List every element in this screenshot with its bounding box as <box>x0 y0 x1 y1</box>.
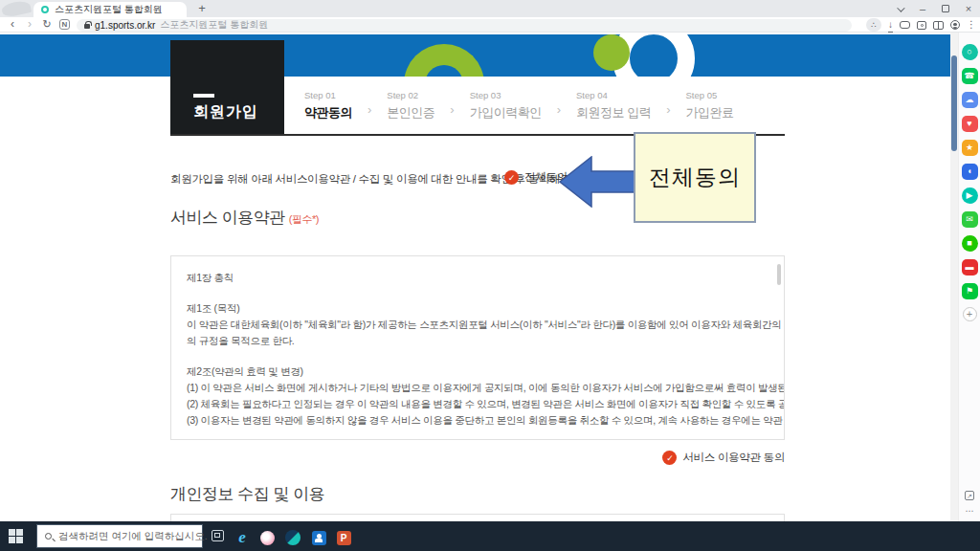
sidebar-apps: ○☎☁♥★◖▶✉■▬⚑+ <box>959 33 980 321</box>
chevron-right-icon: › <box>450 102 454 117</box>
page-scrollbar-thumb[interactable] <box>951 55 957 151</box>
step-item-4: Step 04 회원정보 입력 <box>576 90 651 121</box>
browser-tab-bar: 스포츠지원포털 통합회원 + – × <box>0 0 980 17</box>
whale-sidebar: ○☎☁♥★◖▶✉■▬⚑+ ↗ ⋯ <box>958 33 980 521</box>
download-icon[interactable]: ↓ <box>888 18 893 33</box>
task-view-button[interactable] <box>212 530 224 541</box>
page-title: 회원가입 <box>193 102 258 122</box>
terms-line: 제1장 총칙 <box>187 270 768 286</box>
step-item-5: Step 05 가입완료 <box>686 90 734 121</box>
terms-line: 이 약관은 대한체육회(이하 "체육회"라 함)가 제공하는 스포츠지원포털 서… <box>187 317 768 333</box>
terms-scrollbar[interactable] <box>777 264 781 285</box>
terms-line: 제2조(약관의 효력 및 변경) <box>187 364 768 380</box>
ie-icon[interactable]: e <box>230 526 255 549</box>
maximize-button[interactable] <box>934 0 957 17</box>
whale-belly-icon[interactable]: ○ <box>962 44 978 60</box>
profile-icon[interactable] <box>950 20 960 30</box>
url-domain: g1.sports.or.kr <box>95 20 155 31</box>
search-icon <box>45 533 52 540</box>
green-arch-graphic <box>404 44 484 77</box>
papago-icon[interactable]: ◖ <box>962 164 978 180</box>
terms-agree-label: 서비스 이용약관 동의 <box>682 451 785 465</box>
whale-mascot-graphic <box>1 0 32 18</box>
terms-line: (3) 이용자는 변경된 약관에 동의하지 않을 경우 서비스 이용을 중단하고… <box>187 412 768 429</box>
whale-paw-icon[interactable]: ∴ <box>866 18 881 32</box>
new-tab-button[interactable]: + <box>194 1 210 16</box>
play-icon[interactable]: ▶ <box>962 187 978 204</box>
map-pin-icon[interactable]: ⚑ <box>962 283 978 299</box>
powerpoint-icon[interactable]: P <box>331 526 356 549</box>
url-field[interactable]: g1.sports.or.kr 스포츠지원포털 통합회원 <box>77 19 852 32</box>
sidebar-more-icon[interactable]: ⋯ <box>966 506 974 516</box>
step-item-1: Step 01 약관동의 <box>304 90 352 121</box>
talk-bubble-icon[interactable] <box>900 21 910 29</box>
title-dash <box>193 94 214 98</box>
annotation-label: 전체동의 <box>649 163 741 192</box>
search-placeholder: 검색하려면 여기에 입력하십시오. <box>58 530 208 543</box>
annotation-note: 전체동의 <box>634 132 756 223</box>
mybox-cloud-icon[interactable]: ☁ <box>962 92 978 108</box>
step-item-3: Step 03 가입이력확인 <box>470 90 542 121</box>
lock-icon <box>84 24 90 29</box>
url-page-title: 스포츠지원포털 통합회원 <box>160 18 268 32</box>
add-app-button[interactable]: + <box>963 307 977 321</box>
star-bookmark-icon[interactable]: ★ <box>962 140 978 156</box>
check-icon[interactable]: ✓ <box>504 170 519 185</box>
naver-n-icon[interactable]: N <box>59 19 70 30</box>
step-item-2: Step 02 본인인증 <box>387 90 434 121</box>
terms-line: (1) 이 약관은 서비스 화면에 게시하거나 기타의 방법으로 이용자에게 공… <box>187 380 768 396</box>
chevron-right-icon: › <box>666 102 670 117</box>
chevron-right-icon: › <box>368 102 371 117</box>
minimize-button[interactable]: – <box>911 0 934 17</box>
required-badge: (필수*) <box>289 213 319 225</box>
blue-app-icon[interactable] <box>306 526 331 549</box>
terms-scroll-box[interactable]: 제1장 총칙 제1조 (목적) 이 약관은 대한체육회(이하 "체육회"라 함)… <box>170 255 785 440</box>
terms-line: (2) 체육회는 필요하다고 인정되는 경우 이 약관의 내용을 변경할 수 있… <box>187 396 768 412</box>
reload-button[interactable]: ↻ <box>40 17 54 33</box>
red-app-icon[interactable]: ▬ <box>962 259 978 276</box>
section-title-privacy: 개인정보 수집 및 이용 <box>170 483 324 505</box>
chevron-right-icon: › <box>557 102 561 117</box>
section-title-terms: 서비스 이용약관(필수*) <box>170 207 319 229</box>
annotation-arrow <box>559 156 635 208</box>
back-button[interactable]: ‹ <box>6 17 19 33</box>
taskbar: 검색하려면 여기에 입력하십시오. e P 4°C 맑음 × 오전 10:58 … <box>0 521 980 551</box>
page-title-box: 회원가입 <box>170 40 284 134</box>
green-phone-icon[interactable]: ☎ <box>962 68 978 84</box>
capture-icon[interactable] <box>917 21 926 30</box>
taskbar-search-input[interactable]: 검색하려면 여기에 입력하십시오. <box>36 524 203 548</box>
site-header-band <box>0 34 950 77</box>
terms-agree-checkbox[interactable]: ✓ 서비스 이용약관 동의 <box>170 451 785 465</box>
close-button[interactable]: × <box>957 0 980 17</box>
menu-dots-icon[interactable]: ⋮ <box>967 18 976 32</box>
forward-button[interactable]: › <box>23 17 36 33</box>
heart-icon[interactable]: ♥ <box>962 116 978 132</box>
whale-browser-icon[interactable] <box>280 526 305 549</box>
start-button[interactable] <box>9 529 23 543</box>
external-link-icon[interactable]: ↗ <box>965 491 974 500</box>
step-indicator: Step 01 약관동의 › Step 02 본인인증 › Step 03 가입… <box>304 90 734 121</box>
terms-line: 제1조 (목적) <box>187 300 768 317</box>
tab-title: 스포츠지원포털 통합회원 <box>55 3 163 16</box>
pink-app-icon[interactable] <box>255 526 279 549</box>
split-view-icon[interactable] <box>933 21 944 30</box>
agree-all-checkbox[interactable]: ✓ 전체동의 <box>504 170 568 185</box>
tab-search-chevron-icon[interactable] <box>888 0 911 17</box>
check-icon[interactable]: ✓ <box>662 451 677 465</box>
chat-icon[interactable]: ✉ <box>962 211 978 228</box>
band-icon[interactable]: ■ <box>962 235 978 252</box>
browser-tab[interactable]: 스포츠지원포털 통합회원 <box>33 2 187 17</box>
tab-favicon-icon <box>41 6 49 13</box>
green-dot-graphic <box>593 34 630 71</box>
screen: 스포츠지원포털 통합회원 + – × ‹ › ↻ N g1.sports.or.… <box>0 0 980 551</box>
terms-line: 의 규정을 목적으로 한다. <box>187 333 768 349</box>
